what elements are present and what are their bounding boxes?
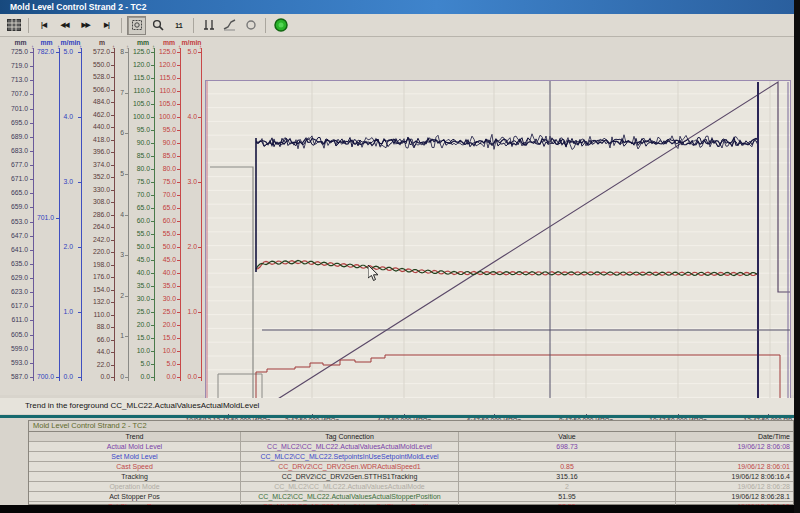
axis-label: 308.0 [86, 198, 110, 206]
axis-label: 75.0 [128, 178, 150, 186]
trend-row-actual-mold-level[interactable]: Actual Mold LevelCC_MLC2\CC_MLC22.Actual… [29, 442, 793, 452]
next-page-button[interactable]: ▶▶ [76, 16, 95, 35]
axis-label: 120.0 [154, 61, 176, 69]
axis-tick [30, 207, 33, 208]
axis-label: 635.0 [4, 260, 28, 268]
axis-label: 330.0 [86, 186, 110, 194]
toolbar-separator [28, 18, 29, 33]
trend-name: Operation Mode [29, 482, 241, 491]
one-to-one-button[interactable]: 1:1 [169, 16, 188, 35]
axis-tick [111, 65, 114, 66]
trend-row-cast-speed[interactable]: Cast SpeedCC_DRV2\CC_DRV2Gen.WDRActualSp… [29, 462, 793, 472]
trend-row-operation-mode[interactable]: Operation ModeCC_MLC2\CC_MLC22.ActualVal… [29, 482, 793, 492]
axis-scroll-arrows-cast-speed-blue[interactable]: ↕ [79, 44, 82, 50]
axis-label: 617.0 [4, 302, 28, 310]
axis-line-stopper-set[interactable] [180, 48, 181, 381]
trend-row-set-mold-level[interactable]: Set Mold LevelCC_MLC2\CC_MLC22.Setpoints… [29, 452, 793, 462]
axis-label: 550.0 [86, 61, 110, 69]
axis-tick [30, 165, 33, 166]
trend-plot-canvas[interactable] [205, 80, 791, 412]
axis-label: 60.0 [128, 217, 150, 225]
date-time: 19/06/12 8:06:08 [676, 442, 793, 451]
axis-label: 462.0 [86, 111, 110, 119]
axis-label: 0.0 [86, 373, 110, 381]
axis-label: 647.0 [4, 232, 28, 240]
axis-tick [177, 78, 180, 79]
axis-label: 700.0 [30, 373, 54, 381]
axis-label: 5 [114, 170, 124, 178]
axis-label: 85.0 [154, 152, 176, 160]
axis-tick [78, 312, 81, 313]
axis-label: 88.0 [86, 323, 110, 331]
column-header-trend[interactable]: Trend [29, 432, 241, 441]
trend-plot[interactable] [205, 80, 791, 412]
column-header-date-time[interactable]: Date/Time [676, 432, 793, 441]
axis-label: 264.0 [86, 223, 110, 231]
mouse-cursor [368, 265, 380, 286]
axis-label: 0.0 [128, 373, 150, 381]
axis-label: 286.0 [86, 211, 110, 219]
print-circle-button[interactable] [241, 16, 260, 35]
axis-tick [30, 363, 33, 364]
ruler-button[interactable] [199, 16, 218, 35]
axis-label: 220.0 [86, 248, 110, 256]
magnifier-button[interactable] [148, 16, 167, 35]
axis-label: 100.0 [128, 113, 150, 121]
axis-tick [177, 338, 180, 339]
last-record-button[interactable]: ▶| [97, 16, 116, 35]
axis-label: 50.0 [154, 243, 176, 251]
table-title: Mold Level Control Strand 2 - TC2 [29, 421, 793, 432]
axis-label: 80.0 [128, 165, 150, 173]
axis-tick [30, 306, 33, 307]
axis-label: 396.0 [86, 148, 110, 156]
axis-line-stopper-act[interactable] [154, 48, 155, 381]
trend-row-tracking[interactable]: TrackingCC_DRV2\CC_DRV2Gen.STTHS1Trackin… [29, 472, 793, 482]
axis-label: 683.0 [4, 147, 28, 155]
first-record-button[interactable]: |◀ [34, 16, 53, 35]
column-header-tag-connection[interactable]: Tag Connection [241, 432, 459, 441]
trend-name: Actual Mold Level [29, 442, 241, 451]
start-stop-button[interactable] [271, 16, 290, 35]
axis-tick [111, 202, 114, 203]
axis-label: 10.0 [128, 347, 150, 355]
axis-tick [30, 109, 33, 110]
axis-label: 593.0 [4, 359, 28, 367]
axis-label: 105.0 [128, 100, 150, 108]
axis-line-cast-speed-red[interactable] [201, 48, 202, 381]
axis-label: 20.0 [128, 321, 150, 329]
axis-tick [177, 364, 180, 365]
axis-label: 75.0 [154, 178, 176, 186]
zoom-area-button[interactable] [127, 16, 146, 35]
axis-label: 695.0 [4, 119, 28, 127]
toolbar-separator [193, 18, 194, 33]
previous-page-button[interactable]: ◀◀ [55, 16, 74, 35]
axis-label: 5.0 [178, 48, 197, 56]
axis-tick [177, 195, 180, 196]
window-title-bar[interactable]: Mold Level Control Strand 2 - TC2 [0, 0, 794, 14]
axis-label: 1.0 [178, 308, 197, 316]
palette-button[interactable] [4, 16, 23, 35]
axis-label: 3 [114, 251, 124, 259]
axis-scroll-arrows-cast-speed-red[interactable]: ↕ [199, 44, 202, 50]
axis-label: 599.0 [4, 345, 28, 353]
axis-label: 242.0 [86, 236, 110, 244]
trend-name: Act Stopper Pos [29, 492, 241, 501]
curve-select-button[interactable] [220, 16, 239, 35]
application-window: Mold Level Control Strand 2 - TC2 |◀◀◀▶▶… [0, 0, 794, 505]
axis-label: 440.0 [86, 123, 110, 131]
axis-label: 65.0 [128, 204, 150, 212]
axis-line-operation-mode[interactable] [128, 48, 129, 381]
column-header-value[interactable]: Value [459, 432, 676, 441]
axis-line-mold-level-set[interactable] [59, 48, 60, 381]
axis-tick [125, 215, 128, 216]
trend-row-act-stopper-pos[interactable]: Act Stopper PosCC_MLC2\CC_MLC22.ActualVa… [29, 492, 793, 502]
axis-line-cast-speed-blue[interactable] [81, 48, 82, 381]
date-time: 19/06/12 8:06:16.4 [676, 472, 793, 481]
axis-label: 115.0 [154, 74, 176, 82]
date-time: 19/06/12 8:06:28 [676, 482, 793, 491]
axis-label: 176.0 [86, 273, 110, 281]
axis-label: 782.0 [30, 48, 54, 56]
status-bar: Trend in the foreground CC_MLC22.ActualV… [0, 398, 794, 414]
axis-label: 22.0 [86, 361, 110, 369]
axis-label: 7 [114, 89, 124, 97]
